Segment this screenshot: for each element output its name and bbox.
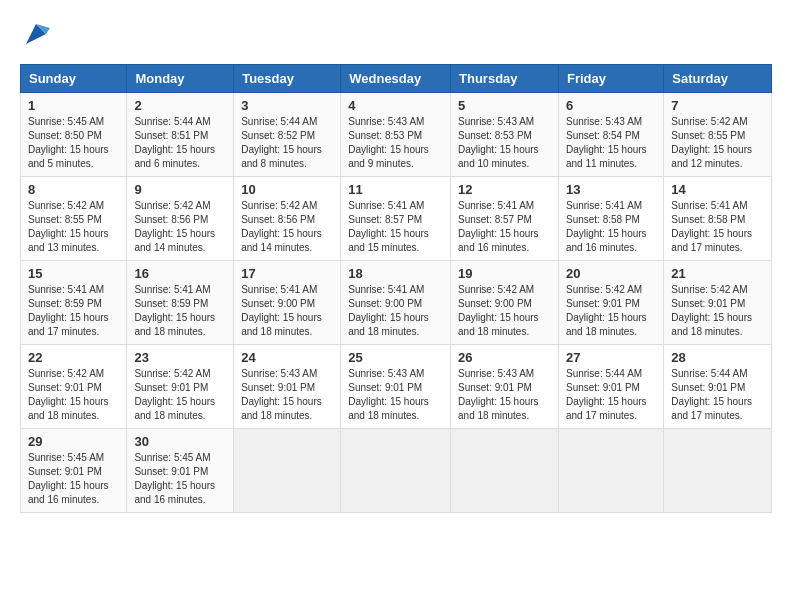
day-info: Sunrise: 5:42 AMSunset: 8:55 PMDaylight:… xyxy=(28,200,109,253)
day-number: 5 xyxy=(458,98,551,113)
day-info: Sunrise: 5:42 AMSunset: 9:01 PMDaylight:… xyxy=(671,284,752,337)
day-number: 18 xyxy=(348,266,443,281)
calendar-cell xyxy=(664,429,772,513)
calendar-cell: 2 Sunrise: 5:44 AMSunset: 8:51 PMDayligh… xyxy=(127,93,234,177)
calendar-cell: 7 Sunrise: 5:42 AMSunset: 8:55 PMDayligh… xyxy=(664,93,772,177)
calendar-cell: 20 Sunrise: 5:42 AMSunset: 9:01 PMDaylig… xyxy=(558,261,663,345)
day-number: 27 xyxy=(566,350,656,365)
header-tuesday: Tuesday xyxy=(234,65,341,93)
day-info: Sunrise: 5:44 AMSunset: 8:51 PMDaylight:… xyxy=(134,116,215,169)
day-info: Sunrise: 5:44 AMSunset: 9:01 PMDaylight:… xyxy=(671,368,752,421)
day-number: 1 xyxy=(28,98,119,113)
header-wednesday: Wednesday xyxy=(341,65,451,93)
calendar-cell: 10 Sunrise: 5:42 AMSunset: 8:56 PMDaylig… xyxy=(234,177,341,261)
calendar-cell xyxy=(558,429,663,513)
calendar-cell: 1 Sunrise: 5:45 AMSunset: 8:50 PMDayligh… xyxy=(21,93,127,177)
day-number: 7 xyxy=(671,98,764,113)
logo-icon xyxy=(22,20,50,48)
calendar-cell: 24 Sunrise: 5:43 AMSunset: 9:01 PMDaylig… xyxy=(234,345,341,429)
day-number: 26 xyxy=(458,350,551,365)
calendar-cell: 26 Sunrise: 5:43 AMSunset: 9:01 PMDaylig… xyxy=(451,345,559,429)
day-number: 3 xyxy=(241,98,333,113)
calendar-cell: 27 Sunrise: 5:44 AMSunset: 9:01 PMDaylig… xyxy=(558,345,663,429)
day-info: Sunrise: 5:41 AMSunset: 8:57 PMDaylight:… xyxy=(458,200,539,253)
calendar-cell: 29 Sunrise: 5:45 AMSunset: 9:01 PMDaylig… xyxy=(21,429,127,513)
day-info: Sunrise: 5:41 AMSunset: 9:00 PMDaylight:… xyxy=(348,284,429,337)
day-number: 4 xyxy=(348,98,443,113)
calendar-cell: 17 Sunrise: 5:41 AMSunset: 9:00 PMDaylig… xyxy=(234,261,341,345)
logo xyxy=(20,20,50,48)
calendar-cell: 5 Sunrise: 5:43 AMSunset: 8:53 PMDayligh… xyxy=(451,93,559,177)
day-number: 24 xyxy=(241,350,333,365)
calendar-cell: 16 Sunrise: 5:41 AMSunset: 8:59 PMDaylig… xyxy=(127,261,234,345)
day-number: 17 xyxy=(241,266,333,281)
calendar-week-4: 22 Sunrise: 5:42 AMSunset: 9:01 PMDaylig… xyxy=(21,345,772,429)
calendar-cell: 30 Sunrise: 5:45 AMSunset: 9:01 PMDaylig… xyxy=(127,429,234,513)
day-info: Sunrise: 5:42 AMSunset: 9:01 PMDaylight:… xyxy=(566,284,647,337)
day-number: 12 xyxy=(458,182,551,197)
calendar-cell xyxy=(451,429,559,513)
calendar-cell: 3 Sunrise: 5:44 AMSunset: 8:52 PMDayligh… xyxy=(234,93,341,177)
calendar-cell: 15 Sunrise: 5:41 AMSunset: 8:59 PMDaylig… xyxy=(21,261,127,345)
day-number: 25 xyxy=(348,350,443,365)
day-info: Sunrise: 5:42 AMSunset: 8:56 PMDaylight:… xyxy=(241,200,322,253)
calendar-cell: 8 Sunrise: 5:42 AMSunset: 8:55 PMDayligh… xyxy=(21,177,127,261)
calendar-week-2: 8 Sunrise: 5:42 AMSunset: 8:55 PMDayligh… xyxy=(21,177,772,261)
calendar-week-1: 1 Sunrise: 5:45 AMSunset: 8:50 PMDayligh… xyxy=(21,93,772,177)
header-friday: Friday xyxy=(558,65,663,93)
calendar-cell: 9 Sunrise: 5:42 AMSunset: 8:56 PMDayligh… xyxy=(127,177,234,261)
day-info: Sunrise: 5:44 AMSunset: 9:01 PMDaylight:… xyxy=(566,368,647,421)
day-info: Sunrise: 5:43 AMSunset: 9:01 PMDaylight:… xyxy=(241,368,322,421)
day-info: Sunrise: 5:41 AMSunset: 9:00 PMDaylight:… xyxy=(241,284,322,337)
day-info: Sunrise: 5:42 AMSunset: 8:55 PMDaylight:… xyxy=(671,116,752,169)
calendar-header-row: SundayMondayTuesdayWednesdayThursdayFrid… xyxy=(21,65,772,93)
page-header xyxy=(20,20,772,48)
day-number: 30 xyxy=(134,434,226,449)
calendar-week-5: 29 Sunrise: 5:45 AMSunset: 9:01 PMDaylig… xyxy=(21,429,772,513)
calendar-cell: 11 Sunrise: 5:41 AMSunset: 8:57 PMDaylig… xyxy=(341,177,451,261)
day-number: 13 xyxy=(566,182,656,197)
day-number: 8 xyxy=(28,182,119,197)
day-number: 21 xyxy=(671,266,764,281)
calendar-cell: 4 Sunrise: 5:43 AMSunset: 8:53 PMDayligh… xyxy=(341,93,451,177)
calendar-week-3: 15 Sunrise: 5:41 AMSunset: 8:59 PMDaylig… xyxy=(21,261,772,345)
day-info: Sunrise: 5:42 AMSunset: 8:56 PMDaylight:… xyxy=(134,200,215,253)
day-info: Sunrise: 5:42 AMSunset: 9:01 PMDaylight:… xyxy=(134,368,215,421)
header-thursday: Thursday xyxy=(451,65,559,93)
day-info: Sunrise: 5:41 AMSunset: 8:58 PMDaylight:… xyxy=(566,200,647,253)
calendar-cell: 25 Sunrise: 5:43 AMSunset: 9:01 PMDaylig… xyxy=(341,345,451,429)
calendar-cell xyxy=(234,429,341,513)
day-info: Sunrise: 5:45 AMSunset: 9:01 PMDaylight:… xyxy=(28,452,109,505)
calendar-cell: 19 Sunrise: 5:42 AMSunset: 9:00 PMDaylig… xyxy=(451,261,559,345)
calendar-cell: 12 Sunrise: 5:41 AMSunset: 8:57 PMDaylig… xyxy=(451,177,559,261)
calendar-cell xyxy=(341,429,451,513)
day-info: Sunrise: 5:45 AMSunset: 9:01 PMDaylight:… xyxy=(134,452,215,505)
day-number: 16 xyxy=(134,266,226,281)
day-number: 11 xyxy=(348,182,443,197)
header-saturday: Saturday xyxy=(664,65,772,93)
calendar-cell: 28 Sunrise: 5:44 AMSunset: 9:01 PMDaylig… xyxy=(664,345,772,429)
day-number: 9 xyxy=(134,182,226,197)
day-info: Sunrise: 5:41 AMSunset: 8:58 PMDaylight:… xyxy=(671,200,752,253)
day-info: Sunrise: 5:41 AMSunset: 8:59 PMDaylight:… xyxy=(28,284,109,337)
day-info: Sunrise: 5:43 AMSunset: 9:01 PMDaylight:… xyxy=(348,368,429,421)
day-number: 20 xyxy=(566,266,656,281)
day-info: Sunrise: 5:42 AMSunset: 9:01 PMDaylight:… xyxy=(28,368,109,421)
day-info: Sunrise: 5:44 AMSunset: 8:52 PMDaylight:… xyxy=(241,116,322,169)
day-info: Sunrise: 5:43 AMSunset: 8:53 PMDaylight:… xyxy=(458,116,539,169)
day-number: 6 xyxy=(566,98,656,113)
day-number: 28 xyxy=(671,350,764,365)
day-info: Sunrise: 5:43 AMSunset: 8:53 PMDaylight:… xyxy=(348,116,429,169)
calendar-cell: 23 Sunrise: 5:42 AMSunset: 9:01 PMDaylig… xyxy=(127,345,234,429)
day-number: 23 xyxy=(134,350,226,365)
day-number: 22 xyxy=(28,350,119,365)
header-monday: Monday xyxy=(127,65,234,93)
day-info: Sunrise: 5:41 AMSunset: 8:59 PMDaylight:… xyxy=(134,284,215,337)
day-info: Sunrise: 5:45 AMSunset: 8:50 PMDaylight:… xyxy=(28,116,109,169)
calendar-cell: 18 Sunrise: 5:41 AMSunset: 9:00 PMDaylig… xyxy=(341,261,451,345)
calendar-cell: 21 Sunrise: 5:42 AMSunset: 9:01 PMDaylig… xyxy=(664,261,772,345)
calendar-cell: 13 Sunrise: 5:41 AMSunset: 8:58 PMDaylig… xyxy=(558,177,663,261)
day-number: 15 xyxy=(28,266,119,281)
day-number: 19 xyxy=(458,266,551,281)
day-number: 14 xyxy=(671,182,764,197)
